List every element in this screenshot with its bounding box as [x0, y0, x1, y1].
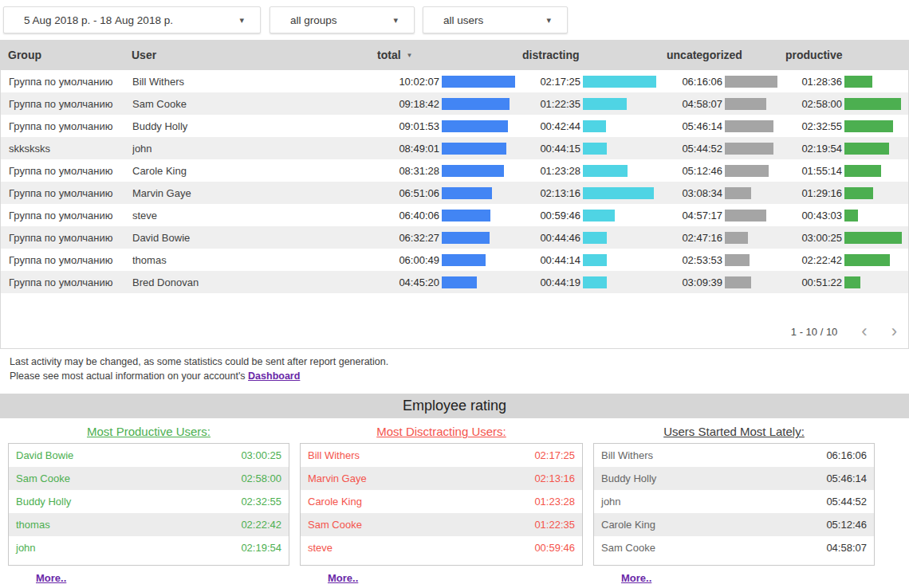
dashboard-link[interactable]: Dashboard: [248, 370, 300, 382]
distracting-bar: [583, 165, 628, 177]
uncategorized-bar: [725, 254, 750, 266]
column-header-distracting[interactable]: distracting: [518, 49, 666, 61]
total-cell: 06:51:06: [376, 187, 519, 199]
pagination-range-label: 1 - 10 / 10: [791, 326, 838, 338]
productive-time-value: 00:43:03: [778, 210, 842, 221]
groups-value: all groups: [290, 14, 337, 26]
column-header-total[interactable]: total▼: [375, 49, 518, 61]
group-cell: Группа по умолчанию: [1, 165, 132, 177]
productive-cell: 01:55:14: [778, 165, 909, 177]
total-time-value: 09:18:42: [376, 98, 439, 110]
panel-title: Users Started Most Lately:: [593, 425, 875, 438]
productive-bar: [844, 276, 860, 288]
column-header-group[interactable]: Group: [0, 49, 132, 61]
uncategorized-time-value: 03:08:34: [667, 187, 722, 199]
uncategorized-time-value: 05:46:14: [667, 120, 722, 132]
table-body-container: Группа по умолчаниюBill Withers10:02:070…: [0, 70, 909, 349]
distracting-cell: 00:44:15: [519, 143, 667, 155]
list-item-user: Bill Withers: [308, 449, 360, 461]
pagination-next-button[interactable]: ›: [891, 323, 897, 340]
uncategorized-cell: 02:47:16: [667, 232, 778, 244]
table-row: Группа по умолчаниюMarvin Gaye06:51:0602…: [1, 182, 908, 204]
list-item: steve00:59:46: [301, 536, 582, 559]
list-item: Buddy Holly05:46:14: [594, 467, 874, 490]
column-header-uncategorized[interactable]: uncategorized: [666, 49, 777, 61]
list-item: Sam Cooke01:22:35: [301, 513, 582, 536]
productive-time-value: 02:58:00: [778, 98, 842, 110]
uncategorized-cell: 05:44:52: [667, 143, 778, 155]
pagination-prev-button[interactable]: ‹: [861, 323, 867, 340]
list-item-time: 02:32:55: [241, 496, 281, 508]
total-cell: 09:18:42: [376, 98, 519, 110]
distracting-time-value: 01:23:28: [519, 165, 580, 177]
group-cell: Группа по умолчанию: [1, 232, 132, 244]
productive-time-value: 03:00:25: [778, 232, 842, 244]
group-cell: Группа по умолчанию: [1, 276, 132, 288]
more-link[interactable]: More..: [36, 572, 66, 584]
group-cell: skksksks: [1, 143, 132, 155]
list-item-user: Bill Withers: [601, 449, 653, 461]
total-cell: 08:31:28: [376, 165, 519, 177]
more-link[interactable]: More..: [621, 572, 651, 584]
more-link[interactable]: More..: [328, 572, 358, 584]
distracting-time-value: 01:22:35: [519, 98, 580, 110]
list-item: thomas02:22:42: [9, 513, 289, 536]
productive-time-value: 00:51:22: [778, 276, 842, 288]
panel-most-productive: Most Productive Users: David Bowie03:00:…: [8, 425, 289, 584]
panel-title: Most Disctracting Users:: [300, 425, 583, 438]
date-range-dropdown[interactable]: 5 Aug 2018 р. - 18 Aug 2018 р. ▾: [3, 6, 261, 33]
total-cell: 10:02:07: [376, 76, 519, 88]
productive-time-value: 01:55:14: [778, 165, 842, 177]
distracting-bar: [583, 232, 607, 244]
uncategorized-cell: 04:57:17: [667, 210, 778, 221]
productive-bar: [844, 98, 901, 110]
productive-cell: 03:00:25: [778, 232, 909, 244]
list-item-time: 02:13:16: [534, 472, 575, 484]
list-item-user: john: [601, 496, 621, 508]
productive-cell: 01:28:36: [778, 76, 909, 88]
total-time-value: 06:00:49: [376, 254, 439, 266]
panel-started-most-lately: Users Started Most Lately: Bill Withers0…: [593, 425, 875, 584]
productive-cell: 02:32:55: [778, 120, 909, 132]
users-dropdown[interactable]: all users ▾: [423, 6, 568, 33]
total-bar: [442, 276, 477, 288]
list-item-time: 05:44:52: [826, 496, 867, 508]
uncategorized-cell: 05:46:14: [667, 120, 778, 132]
user-cell: Sam Cooke: [132, 98, 376, 110]
note-line-2: Please see most actual information on yo…: [10, 369, 909, 383]
uncategorized-bar: [725, 210, 766, 221]
productive-time-value: 01:29:16: [778, 187, 842, 199]
distracting-time-value: 00:44:19: [519, 276, 580, 288]
list-item: john05:44:52: [594, 490, 874, 513]
group-cell: Группа по умолчанию: [1, 254, 132, 266]
column-header-user[interactable]: User: [132, 49, 375, 61]
total-bar: [442, 76, 515, 88]
list-item: john02:19:54: [9, 536, 289, 559]
list-item: Sam Cooke04:58:07: [594, 536, 874, 559]
distracting-time-value: 00:44:14: [519, 254, 580, 266]
uncategorized-time-value: 02:47:16: [667, 232, 722, 244]
uncategorized-bar: [725, 187, 751, 199]
table-row: Группа по умолчаниюDavid Bowie06:32:2700…: [1, 226, 908, 249]
total-cell: 04:45:20: [376, 276, 519, 288]
distracting-bar: [583, 98, 627, 110]
table-footer-area: 1 - 10 / 10 ‹ ›: [1, 293, 908, 348]
total-cell: 09:01:53: [376, 120, 519, 132]
distracting-bar: [583, 120, 606, 132]
user-cell: Bill Withers: [132, 76, 376, 88]
table-row: Группа по умолчаниюBred Donovan04:45:200…: [1, 271, 908, 293]
productive-cell: 00:51:22: [778, 276, 909, 288]
distracting-cell: 00:59:46: [519, 210, 667, 221]
list-item-user: thomas: [16, 519, 50, 531]
productive-bar: [844, 143, 889, 155]
total-time-value: 08:31:28: [376, 165, 439, 177]
uncategorized-cell: 06:16:06: [667, 76, 778, 88]
table-header: Group User total▼ distracting uncategori…: [0, 40, 909, 70]
employee-rating-title: Employee rating: [0, 394, 909, 418]
list-item-user: David Bowie: [16, 449, 73, 461]
total-time-value: 06:51:06: [376, 187, 439, 199]
users-value: all users: [443, 14, 483, 26]
groups-dropdown[interactable]: all groups ▾: [270, 6, 415, 33]
column-header-productive[interactable]: productive: [777, 49, 909, 61]
panel-title: Most Productive Users:: [8, 425, 289, 438]
